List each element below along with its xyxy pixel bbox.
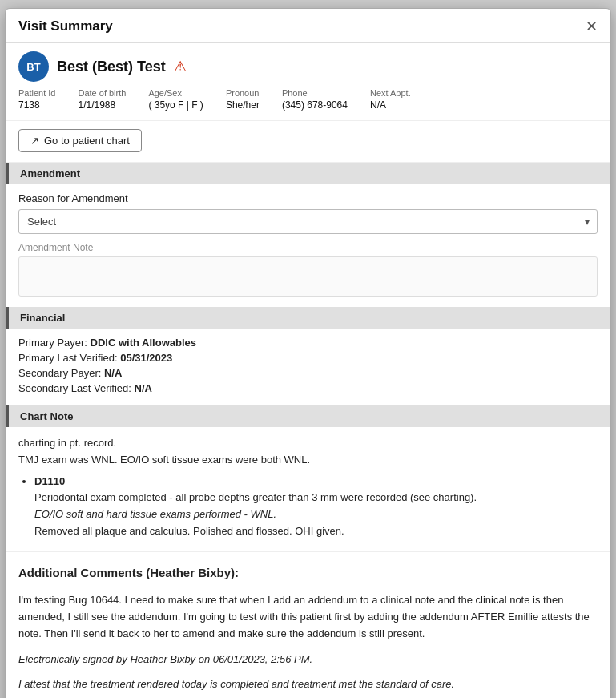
meta-phone: Phone (345) 678-9064: [282, 88, 348, 111]
financial-section: Financial Primary Payer: DDIC with Allow…: [6, 307, 610, 405]
close-button[interactable]: ✕: [586, 19, 598, 34]
modal-header: Visit Summary ✕: [6, 9, 610, 43]
reason-for-amendment-label: Reason for Amendment: [18, 192, 598, 204]
action-bar: ↗ Go to patient chart: [6, 121, 610, 163]
chart-note-bullet: D1110 Periodontal exam completed - all p…: [34, 474, 598, 540]
avatar: BT: [18, 51, 49, 82]
chart-note-title: Chart Note: [20, 410, 73, 422]
meta-label-phone: Phone: [282, 88, 348, 98]
go-to-chart-label: Go to patient chart: [44, 135, 130, 147]
additional-comments-section: Additional Comments (Heather Bixby): I'm…: [6, 552, 610, 698]
primary-verified-label: Primary Last Verified:: [18, 352, 118, 364]
go-to-chart-button[interactable]: ↗ Go to patient chart: [18, 129, 142, 152]
amendment-section-body: Reason for Amendment Select ▾ Amendment …: [6, 184, 610, 307]
chart-note-line-1: charting in pt. record.: [18, 435, 598, 452]
amendment-section-header: Amendment: [6, 163, 610, 184]
amendment-note-label: Amendment Note: [18, 242, 598, 253]
meta-label-dob: Date of birth: [78, 88, 126, 98]
chart-note-section: Chart Note charting in pt. record. TMJ e…: [6, 405, 610, 552]
financial-section-header: Financial: [6, 307, 610, 329]
meta-pronoun: Pronoun She/her: [226, 88, 260, 111]
meta-patient-id: Patient Id 7138: [18, 88, 55, 111]
chart-note-content[interactable]: charting in pt. record. TMJ exam was WNL…: [6, 427, 610, 551]
secondary-verified-value: N/A: [135, 382, 152, 394]
financial-title: Financial: [20, 312, 65, 324]
meta-label-next-appt: Next Appt.: [370, 88, 411, 98]
go-to-chart-icon: ↗: [30, 135, 39, 147]
signature-2: I attest that the treatment rendered tod…: [18, 676, 598, 698]
bullet-desc: Periodontal exam completed - all probe d…: [34, 491, 477, 503]
amendment-title: Amendment: [20, 167, 80, 180]
patient-meta: Patient Id 7138 Date of birth 1/1/1988 A…: [18, 88, 598, 111]
chart-note-list: D1110 Periodontal exam completed - all p…: [18, 474, 598, 540]
chart-note-header: Chart Note: [6, 405, 610, 427]
secondary-payer-value: N/A: [104, 367, 122, 379]
bullet-code: D1110: [34, 475, 65, 487]
reason-select-wrapper: Select ▾: [18, 209, 598, 234]
meta-next-appt: Next Appt. N/A: [370, 88, 411, 111]
meta-label-age-sex: Age/Sex: [148, 88, 203, 98]
secondary-payer: Secondary Payer: N/A: [18, 367, 598, 379]
modal-title: Visit Summary: [18, 18, 113, 34]
secondary-verified-label: Secondary Last Verified:: [18, 382, 131, 394]
meta-age-sex: Age/Sex ( 35yo F | F ): [148, 88, 203, 111]
meta-label-pronoun: Pronoun: [226, 88, 260, 98]
meta-value-patient-id: 7138: [18, 99, 55, 111]
warning-icon: ⚠: [174, 58, 187, 75]
meta-label-patient-id: Patient Id: [18, 88, 55, 98]
primary-payer: Primary Payer: DDIC with Allowables: [18, 337, 598, 349]
patient-name: Best (Best) Test: [57, 59, 166, 75]
primary-verified-value: 05/31/2023: [120, 352, 172, 364]
meta-dob: Date of birth 1/1/1988: [78, 88, 126, 111]
patient-name-row: BT Best (Best) Test ⚠: [18, 51, 598, 82]
additional-comments-heading: Additional Comments (Heather Bixby):: [18, 563, 598, 583]
financial-section-body: Primary Payer: DDIC with Allowables Prim…: [6, 329, 610, 405]
bullet-italic: EO/IO soft and hard tissue exams perform…: [34, 508, 276, 520]
primary-verified: Primary Last Verified: 05/31/2023: [18, 352, 598, 364]
primary-payer-value: DDIC with Allowables: [91, 337, 196, 349]
meta-value-phone: (345) 678-9064: [282, 99, 348, 111]
signature-1: Electronically signed by Heather Bixby o…: [18, 651, 598, 668]
reason-select[interactable]: Select: [18, 209, 598, 234]
patient-section: BT Best (Best) Test ⚠ Patient Id 7138 Da…: [6, 43, 610, 121]
meta-value-pronoun: She/her: [226, 99, 260, 111]
amendment-note-textarea[interactable]: [18, 256, 598, 297]
meta-value-age-sex: ( 35yo F | F ): [148, 99, 203, 111]
additional-comments-body: I'm testing Bug 10644. I need to make su…: [18, 591, 598, 643]
bullet-last: Removed all plaque and calculus. Polishe…: [34, 525, 344, 537]
chart-note-line-2: TMJ exam was WNL. EO/IO soft tissue exam…: [18, 452, 598, 469]
secondary-verified: Secondary Last Verified: N/A: [18, 382, 598, 394]
primary-payer-label: Primary Payer:: [18, 337, 87, 349]
sig2-text: I attest that the treatment rendered tod…: [18, 678, 454, 690]
secondary-payer-label: Secondary Payer:: [18, 367, 101, 379]
meta-value-dob: 1/1/1988: [78, 99, 126, 111]
meta-value-next-appt: N/A: [370, 99, 411, 111]
visit-summary-modal: Visit Summary ✕ BT Best (Best) Test ⚠ Pa…: [5, 8, 611, 698]
